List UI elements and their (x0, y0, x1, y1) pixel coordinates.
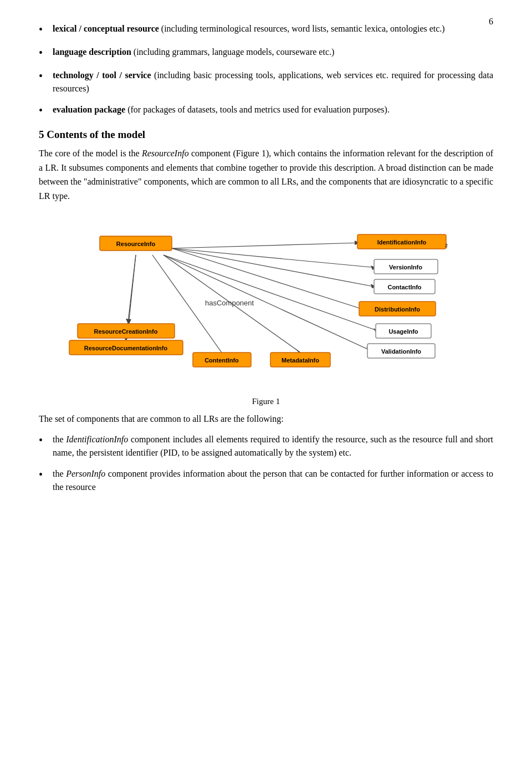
bullet-evaluation-rest: (for packages of datasets, tools and met… (127, 105, 390, 114)
svg-text:ContactInfo: ContactInfo (387, 284, 421, 290)
bullet-evaluation-content: evaluation package (for packages of data… (53, 103, 493, 116)
bullet-dot: • (39, 102, 43, 119)
paragraph-1: The core of the model is the ResourceInf… (39, 146, 493, 203)
figure-container: hasComponent ResourceInfo ResourceCreati… (39, 219, 493, 406)
bullet-dot: • (39, 68, 43, 84)
person-info-italic: PersonInfo (66, 469, 105, 478)
section-heading: 5 Contents of the model (39, 129, 493, 141)
bullet-evaluation-bold: evaluation package (53, 105, 125, 114)
bullet-language-bold: language description (53, 47, 131, 57)
bullet-lexical-content: lexical / conceptual resource (including… (53, 22, 493, 35)
bullet-lexical-rest: (including terminological resources, wor… (161, 24, 445, 33)
bullet-dot: • (39, 432, 43, 448)
svg-marker-17 (217, 347, 222, 353)
bullet-language-content: language description (including grammars… (53, 45, 493, 59)
svg-line-10 (163, 255, 371, 351)
svg-text:DistributionInfo: DistributionInfo (375, 306, 420, 313)
svg-text:ResourceCreationInfo: ResourceCreationInfo (94, 328, 158, 335)
bullet-identificationinfo-content: the IdentificationInfo component include… (53, 433, 493, 460)
svg-line-8 (163, 255, 380, 331)
list-item: • the PersonInfo component provides info… (39, 467, 493, 494)
diagram-svg: hasComponent ResourceInfo ResourceCreati… (66, 219, 466, 391)
identification-info-italic: IdentificationInfo (66, 435, 128, 444)
bullet-lexical-bold: lexical / conceptual resource (53, 24, 159, 33)
list-item: • the IdentificationInfo component inclu… (39, 433, 493, 460)
svg-text:ResourceInfo: ResourceInfo (116, 241, 156, 247)
top-bullet-list: • lexical / conceptual resource (includi… (39, 22, 493, 119)
svg-text:ValidationInfo: ValidationInfo (381, 348, 421, 355)
page-number: 6 (489, 17, 493, 27)
list-item: • technology / tool / service (including… (39, 69, 493, 95)
bullet-technology-bold: technology / tool / service (53, 70, 151, 80)
bottom-bullet-list: • the IdentificationInfo component inclu… (39, 433, 493, 494)
bullet-dot: • (39, 21, 43, 38)
bullet-technology-content: technology / tool / service (including b… (53, 69, 493, 95)
svg-text:ResourceDocumentationInfo: ResourceDocumentationInfo (84, 345, 168, 351)
bullet-dot: • (39, 44, 43, 61)
paragraph-2: The set of components that are common to… (39, 412, 493, 426)
has-component-label: hasComponent (205, 299, 254, 307)
figure-caption: Figure 1 (252, 397, 280, 406)
svg-text:ContentInfo: ContentInfo (204, 357, 239, 364)
svg-line-0 (172, 243, 360, 248)
bullet-language-rest: (including grammars, language models, co… (134, 47, 335, 57)
list-item: • lexical / conceptual resource (includi… (39, 22, 493, 38)
svg-text:UsageInfo: UsageInfo (388, 328, 418, 335)
list-item: • language description (including gramma… (39, 45, 493, 61)
svg-text:IdentificationInfo: IdentificationInfo (377, 239, 427, 246)
bullet-dot: • (39, 466, 43, 483)
svg-text:MetadataInfo: MetadataInfo (282, 357, 319, 364)
resource-info-italic: ResourceInfo (142, 149, 189, 158)
list-item: • evaluation package (for packages of da… (39, 103, 493, 119)
svg-text:2: 2 (445, 243, 448, 248)
bullet-personinfo-content: the PersonInfo component provides inform… (53, 467, 493, 494)
svg-text:VersionInfo: VersionInfo (389, 264, 422, 270)
